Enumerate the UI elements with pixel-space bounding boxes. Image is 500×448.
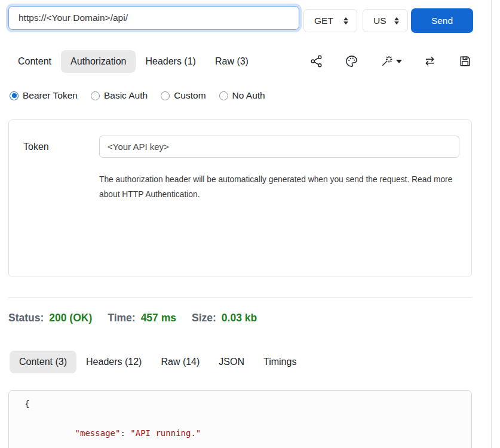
response-body-panel: { "message": "API running." }: [8, 390, 472, 448]
response-tab-headers[interactable]: Headers (12): [76, 351, 151, 373]
tab-content[interactable]: Content: [8, 50, 61, 73]
time-label: Time:: [108, 312, 135, 324]
token-help-text: The authorization header will be automat…: [99, 172, 455, 202]
size-pair: Size: 0.03 kb: [192, 312, 257, 324]
response-tab-raw[interactable]: Raw (14): [151, 351, 209, 373]
size-label: Size:: [192, 312, 216, 324]
send-button[interactable]: Send: [411, 8, 473, 33]
region-select-value: US: [373, 16, 386, 26]
response-tab-json[interactable]: JSON: [209, 351, 254, 373]
region-select[interactable]: US: [363, 9, 408, 32]
response-tabs: Content (3) Headers (12) Raw (14) JSON T…: [10, 351, 306, 373]
auth-option-label: Bearer Token: [23, 90, 78, 101]
json-separator: :: [120, 428, 130, 438]
status-pair: Status: 200 (OK): [8, 312, 92, 324]
auth-option-label: Basic Auth: [104, 90, 148, 101]
size-value: 0.03 kb: [222, 312, 257, 324]
radio-custom[interactable]: [161, 91, 170, 100]
method-select-value: GET: [314, 16, 333, 26]
time-pair: Time: 457 ms: [108, 312, 176, 324]
auth-option-custom[interactable]: Custom: [161, 90, 205, 101]
request-tabs: Content Authorization Headers (1) Raw (3…: [8, 50, 258, 73]
auth-option-basic-auth[interactable]: Basic Auth: [91, 90, 148, 101]
auth-type-options: Bearer Token Basic Auth Custom No Auth: [10, 90, 265, 101]
palette-icon[interactable]: [345, 54, 358, 68]
response-tab-timings[interactable]: Timings: [254, 351, 306, 373]
select-updown-icon: [343, 17, 348, 24]
tab-headers[interactable]: Headers (1): [136, 50, 205, 73]
json-key: "message": [75, 428, 121, 438]
radio-no-auth[interactable]: [219, 91, 228, 100]
method-select[interactable]: GET: [303, 9, 357, 32]
bearer-token-card: Token The authorization header will be a…: [8, 119, 472, 277]
tab-raw[interactable]: Raw (3): [205, 50, 258, 73]
magic-wand-dropdown-icon[interactable]: [380, 54, 402, 68]
request-url-input[interactable]: [8, 6, 299, 30]
token-input[interactable]: [99, 136, 459, 158]
section-divider: [8, 297, 472, 298]
tab-authorization[interactable]: Authorization: [61, 50, 136, 73]
share-nodes-icon[interactable]: [309, 54, 323, 68]
select-updown-icon: [394, 17, 399, 24]
status-label: Status:: [8, 312, 44, 324]
auth-option-no-auth[interactable]: No Auth: [219, 90, 265, 101]
time-value: 457 ms: [141, 312, 176, 324]
token-label: Token: [23, 142, 49, 152]
auth-option-label: Custom: [174, 90, 205, 101]
chevron-down-icon: [396, 60, 402, 63]
status-value: 200 (OK): [49, 312, 92, 324]
save-floppy-icon[interactable]: [458, 54, 472, 68]
json-value: "API running.": [130, 428, 201, 438]
radio-bearer-token[interactable]: [10, 91, 19, 100]
response-tab-content[interactable]: Content (3): [10, 351, 76, 373]
request-toolbar: [309, 54, 472, 68]
response-summary: Status: 200 (OK) Time: 457 ms Size: 0.03…: [8, 312, 257, 324]
radio-basic-auth[interactable]: [91, 91, 100, 100]
code-line-message: "message": "API running.": [24, 412, 471, 448]
code-line-open: {: [24, 397, 471, 412]
auth-option-label: No Auth: [232, 90, 265, 101]
api-tester-panel: GET US Send Content Authorization Header…: [0, 0, 500, 448]
page-vertical-divider: [491, 0, 492, 448]
swap-arrows-icon[interactable]: [423, 54, 437, 68]
auth-option-bearer-token[interactable]: Bearer Token: [10, 90, 78, 101]
